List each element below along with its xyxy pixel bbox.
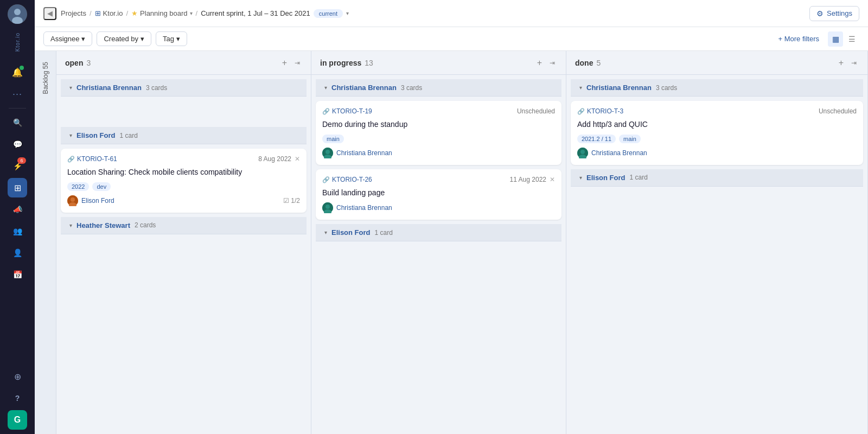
gear-icon [816,9,824,18]
group-header-open-christiana[interactable]: Christiana Brennan 3 cards [61,79,307,97]
svg-point-13 [580,150,585,154]
brand-icon[interactable]: G [8,410,27,430]
group-chevron-inprogress-elison [324,229,327,235]
group-header-inprogress-christiana[interactable]: Christiana Brennan 3 cards [316,79,561,97]
sidebar-item-chat[interactable] [8,135,27,154]
card-id-t61: KTORIO-T-61 [67,155,117,163]
collapse-icon: ◀ [47,9,53,17]
more-filters-button[interactable]: + More filters [778,35,820,43]
group-name-open-christiana: Christiana Brennan [76,84,142,92]
column-actions-inprogress: + ⇥ [535,57,557,69]
tag-filter-button[interactable]: Tag [156,31,187,46]
group-chevron-open-heather [69,222,72,228]
chat-icon [13,139,22,149]
group-chevron-inprogress-christiana [324,85,327,91]
current-badge: current [314,9,343,18]
group-count-inprogress-elison: 1 card [375,229,393,237]
tag-chevron-icon [176,35,180,43]
column-header-inprogress: in progress 13 + ⇥ [311,51,566,75]
group-header-done-christiana[interactable]: Christiana Brennan 3 cards [571,79,863,97]
card-id-t3: KTORIO-T-3 [577,107,623,115]
breadcrumb-projects[interactable]: Projects [61,9,86,17]
sprint-chevron-icon [346,10,349,16]
group-count-done-christiana: 3 cards [656,84,677,92]
breadcrumb-project[interactable]: ⊞ Ktor.io [95,9,123,17]
svg-point-4 [71,197,75,202]
svg-point-10 [326,205,330,209]
card-ktorio-t-3[interactable]: KTORIO-T-3 Unscheduled Add http/3 and QU… [571,101,863,165]
assignee-filter-button[interactable]: Assignee [43,31,92,46]
settings-button[interactable]: Settings [809,6,859,21]
sidebar-item-board[interactable] [8,178,27,197]
sidebar-item-search[interactable] [8,113,27,132]
group-cards-open-christiana [61,101,307,123]
sidebar-item-add[interactable] [8,367,27,386]
calendar-icon [13,270,22,279]
sidebar-item-calendar[interactable] [8,265,27,284]
sidebar-item-announcements[interactable] [8,200,27,219]
list-view-icon: ☰ [848,35,856,43]
column-in-progress: in progress 13 + ⇥ Christiana Brennan 3 … [311,51,566,434]
megaphone-icon [13,205,22,214]
card-id-text-t26: KTORIO-T-26 [332,176,372,183]
card-header-t19: KTORIO-T-19 Unscheduled [322,107,555,115]
question-icon [15,393,20,403]
createdby-chevron-icon [141,35,144,43]
avatar[interactable] [8,4,27,24]
created-by-filter-button[interactable]: Created by [97,31,151,46]
sidebar-collapse-button[interactable]: ◀ [43,7,56,20]
group-header-done-elison[interactable]: Elison Ford 1 card [571,169,863,187]
column-cards-open: Christiana Brennan 3 cards Elison Ford 1… [56,75,311,434]
card-close-t26[interactable]: ✕ [550,176,555,183]
link-icon-t3 [577,107,585,115]
card-ktorio-t-61[interactable]: KTORIO-T-61 8 Aug 2022 ✕ Location Sharin… [61,149,307,213]
list-view-button[interactable]: ☰ [844,31,859,47]
sidebar-item-profile[interactable] [8,243,27,263]
column-collapse-button-open[interactable]: ⇥ [292,58,302,68]
sidebar-item-help[interactable] [8,388,27,408]
group-chevron-open-elison [69,132,72,138]
column-open: open 3 + ⇥ Christiana Brennan 3 cards [56,51,311,434]
card-title-t61: Location Sharing: Check mobile clients c… [67,167,300,178]
column-title-inprogress: in progress [320,59,361,67]
sidebar-item-more[interactable]: ··· [8,84,27,104]
card-assignee-t26: Christiana Brennan [322,202,392,213]
column-add-button-inprogress[interactable]: + [535,57,544,69]
column-actions-done: + ⇥ [837,57,859,69]
column-count-done: 5 [596,59,601,67]
column-header-open: open 3 + ⇥ [56,51,311,75]
checklist-icon-t61: ☑ [283,197,289,205]
column-cards-done: Christiana Brennan 3 cards KTORIO-T-3 Un… [566,75,867,434]
board-view-button[interactable]: ▦ [828,31,843,47]
card-header-t61: KTORIO-T-61 8 Aug 2022 ✕ [67,155,300,163]
sidebar-app-label[interactable]: Ktor.io [8,30,27,54]
card-close-t61[interactable]: ✕ [295,155,300,163]
column-collapse-button-inprogress[interactable]: ⇥ [547,58,557,68]
activity-badge: 6 [17,157,26,164]
group-name-open-elison: Elison Ford [76,131,116,139]
card-ktorio-t-26[interactable]: KTORIO-T-26 11 Aug 2022 ✕ Build landing … [316,169,561,220]
card-date-t26: 11 Aug 2022 [510,176,546,183]
column-collapse-button-done[interactable]: ⇥ [849,58,859,68]
group-header-open-elison[interactable]: Elison Ford 1 card [61,127,307,144]
card-title-t26: Build landing page [322,188,555,199]
group-header-open-heather[interactable]: Heather Stewart 2 cards [61,217,307,234]
card-ktorio-t-19[interactable]: KTORIO-T-19 Unscheduled Demo during the … [316,101,561,165]
breadcrumb-board[interactable]: ★ Planning board [131,9,192,17]
filterbar: Assignee Created by Tag + More filters ▦… [35,27,868,51]
group-header-inprogress-elison[interactable]: Elison Ford 1 card [316,224,561,241]
board-container: Backlog 55 open 3 + ⇥ Christi [35,51,868,434]
sidebar-item-team[interactable] [8,221,27,241]
group-count-open-christiana: 3 cards [146,84,167,92]
grid-icon [14,183,21,193]
card-tag-t61-dev: dev [92,182,111,191]
link-icon-t61 [67,155,75,163]
view-toggle: ▦ ☰ [828,31,859,47]
assignee-name-t3: Christiana Brennan [591,149,647,157]
sidebar-item-activity[interactable]: 6 [8,156,27,176]
card-assignee-t19: Christiana Brennan [322,148,392,158]
card-tags-t3: 2021.2 / 11 main [577,135,857,143]
sidebar-item-notifications[interactable]: 🔔 [8,62,27,82]
column-add-button-open[interactable]: + [280,57,289,69]
column-add-button-done[interactable]: + [837,57,846,69]
